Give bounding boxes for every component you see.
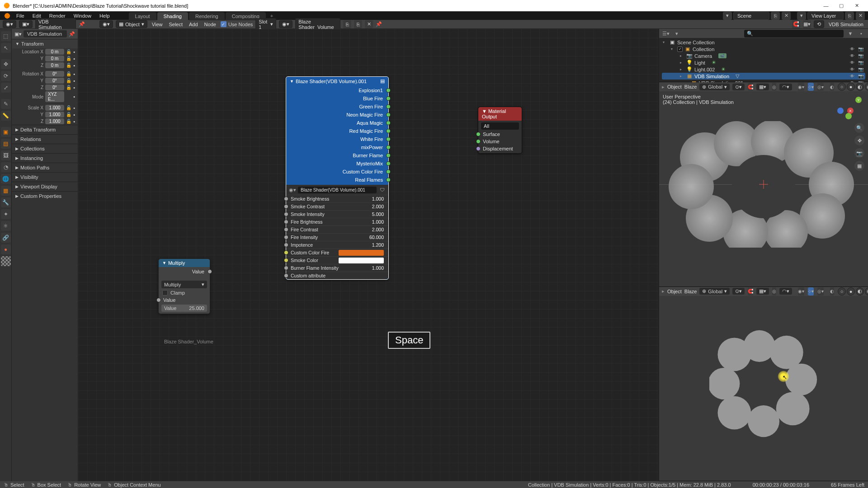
pin-icon[interactable]: 📌 (79, 21, 85, 27)
anim-dot-icon[interactable]: • (73, 94, 75, 99)
section-custom[interactable]: ▶Custom Properties (12, 191, 78, 201)
anim-dot-icon[interactable]: • (73, 56, 75, 61)
field-locx[interactable]: 0 m (45, 49, 64, 55)
section-collections[interactable]: ▶Collections (12, 144, 78, 153)
vp-blaze-label[interactable]: Blaze (684, 84, 697, 89)
field-rotx[interactable]: 0° (45, 71, 64, 77)
visibility-toggle-icon[interactable]: 👁 (849, 60, 855, 65)
vp-orientation-dropdown[interactable]: ⊕ Global ▾ (699, 84, 730, 90)
prop-editor-icon[interactable]: ▣▾ (14, 31, 22, 37)
lock-icon[interactable]: 🔓 (66, 85, 71, 90)
param-burner-flame-intensity[interactable]: Burner Flame Intensity1.000 (286, 264, 388, 272)
outliner-camera[interactable]: ▸📷Camera📹👁📷 (662, 52, 865, 59)
socket-out-real-flames[interactable]: Real Flames (286, 176, 388, 184)
nodegroup-name-field[interactable]: Blaze Shader(VDB Volume).001 (298, 187, 377, 193)
socket-out-custom-color-fire[interactable]: Custom Color Fire (286, 168, 388, 176)
section-instancing[interactable]: ▶Instancing (12, 153, 78, 163)
vp-persp-icon[interactable]: ▦ (854, 161, 864, 171)
tool-annotate[interactable]: ✎ (1, 99, 11, 109)
vp-expand-icon[interactable]: ▸ (662, 288, 665, 294)
tool-constraint[interactable]: 🔗 (1, 233, 11, 243)
tool-viewlayer[interactable]: 🖼 (1, 150, 11, 160)
param-smoke-intensity[interactable]: Smoke Intensity5.000 (286, 210, 388, 218)
material-browse-icon[interactable]: ◉▾ (279, 20, 292, 28)
shading-solid-icon[interactable]: ● (847, 83, 855, 91)
tool-render[interactable]: ▣ (1, 127, 11, 137)
socket-out-blue-fire[interactable]: Blue Fire (286, 94, 388, 103)
vp-pivot-dropdown[interactable]: ⊙▾ (732, 84, 745, 90)
node-group-icon[interactable]: ◉▾ (289, 186, 296, 193)
field-locy[interactable]: 0 m (45, 56, 64, 61)
lock-icon[interactable]: 🔓 (66, 49, 71, 54)
param-smoke-color[interactable]: Smoke Color (286, 256, 388, 264)
field-mode[interactable]: XYZ E... (45, 91, 64, 102)
material-users-icon[interactable]: ⎘ (343, 20, 351, 28)
layer-delete-icon[interactable]: ✕ (856, 12, 865, 20)
outliner-search[interactable]: 🔍 (744, 30, 844, 38)
vp-proportional-icon[interactable]: ◎ (772, 83, 776, 91)
minimize-button[interactable]: — (818, 3, 834, 9)
tool-physics[interactable]: ⚛ (1, 221, 11, 231)
socket-out-aqua-magic[interactable]: Aqua Magic (286, 119, 388, 127)
viewport-bottom[interactable]: ▸ Object Blaze ⊕ Global ▾ ⊙▾ 🧲 ▦▾ ◎ ◠▾ ◉… (659, 287, 868, 481)
param-impotence[interactable]: Impotence1.200 (286, 241, 388, 249)
tab-rendering[interactable]: Rendering (189, 12, 225, 20)
menu-file[interactable]: File (13, 12, 28, 19)
vp-expand-icon[interactable]: ▸ (662, 84, 665, 90)
vp-proportional-type[interactable]: ◠▾ (779, 288, 792, 295)
tool-material[interactable]: ● (1, 244, 11, 254)
close-button[interactable]: ✕ (849, 3, 864, 9)
param-custom-color-fire[interactable]: Custom Color Fire (286, 249, 388, 256)
outliner-light2[interactable]: ▸💡Light.002☀👁📷 (662, 66, 865, 73)
node-options-icon[interactable]: ▤ (380, 78, 385, 84)
vp-snap-type[interactable]: ▦▾ (756, 84, 769, 90)
section-transform[interactable]: ▼Transform (12, 39, 78, 48)
vp-move-icon[interactable]: ✥ (854, 136, 864, 145)
render-toggle-icon[interactable]: 📷 (857, 60, 864, 65)
anim-dot-icon[interactable]: • (73, 85, 75, 90)
render-toggle-icon[interactable]: 📷 (857, 47, 864, 52)
tool-scale[interactable]: ⤢ (1, 83, 11, 93)
vp-gizmos-icon[interactable]: ⊹▾ (808, 83, 814, 91)
prop-object-dropdown[interactable]: VDB Simulation (24, 30, 67, 38)
field-scz[interactable]: 1.000 (45, 118, 64, 124)
node-editor[interactable]: ▼Multiply Value Multiply▾ Clamp Value Va… (78, 29, 659, 481)
tab-shading[interactable]: Shading (157, 12, 188, 20)
outliner-display-icon[interactable]: ▾ (673, 29, 681, 38)
tool-cursor[interactable]: ⬚ (1, 31, 11, 41)
item-browse-dropdown[interactable]: ▣▾ (19, 20, 33, 28)
editor-type-dropdown[interactable]: ◉▾ (3, 20, 16, 28)
vp-snap-icon[interactable]: 🧲 (748, 83, 753, 91)
shading-wireframe-icon[interactable]: ○ (838, 83, 846, 91)
param-fire-contrast[interactable]: Fire Contrast2.000 (286, 225, 388, 233)
outliner-scene-collection[interactable]: ▾▣Scene Collection (662, 39, 865, 46)
use-nodes-checkbox[interactable]: ✓Use Nodes (221, 21, 253, 27)
socket-value-out[interactable]: Value (159, 268, 210, 275)
tool-particle[interactable]: ✦ (1, 209, 11, 219)
menu-help[interactable]: Help (96, 12, 113, 19)
lock-icon[interactable]: 🔓 (66, 63, 71, 68)
socket-displacement[interactable]: Displacement (478, 145, 522, 152)
header-node[interactable]: Node (203, 22, 218, 27)
lock-icon[interactable]: 🔓 (66, 56, 71, 61)
header-view[interactable]: View (150, 22, 165, 27)
param-smoke-contrast[interactable]: Smoke Contrast2.000 (286, 202, 388, 210)
snap-icon[interactable]: 🧲 (792, 20, 800, 28)
section-visibility[interactable]: ▶Visibility (12, 172, 78, 182)
prop-pin-icon[interactable]: 📌 (69, 31, 75, 37)
material-pin-icon[interactable]: 📌 (376, 21, 382, 27)
socket-out-explosion1[interactable]: Explosion1 (286, 86, 388, 94)
anim-dot-icon[interactable]: • (73, 78, 75, 84)
anim-dot-icon[interactable]: • (73, 119, 75, 124)
render-toggle-icon[interactable]: 📷 (857, 53, 864, 58)
shading-rendered-icon[interactable]: ◉ (865, 83, 868, 91)
tool-move[interactable]: ✥ (1, 59, 11, 69)
node-material-output[interactable]: ▼ Material Output All Surface Volume Dis… (478, 107, 522, 154)
field-scy[interactable]: 1.000 (45, 112, 64, 117)
socket-out-red-magic-fire[interactable]: Red Magic Fire (286, 127, 388, 135)
vp-xray-icon[interactable]: ◐ (830, 287, 834, 296)
fake-user-icon[interactable]: 🛡 (378, 186, 386, 193)
tool-rotate[interactable]: ⟳ (1, 71, 11, 81)
socket-out-mysteriomix[interactable]: MysterioMix (286, 160, 388, 168)
snap-options-icon[interactable]: ▦▾ (803, 20, 811, 28)
